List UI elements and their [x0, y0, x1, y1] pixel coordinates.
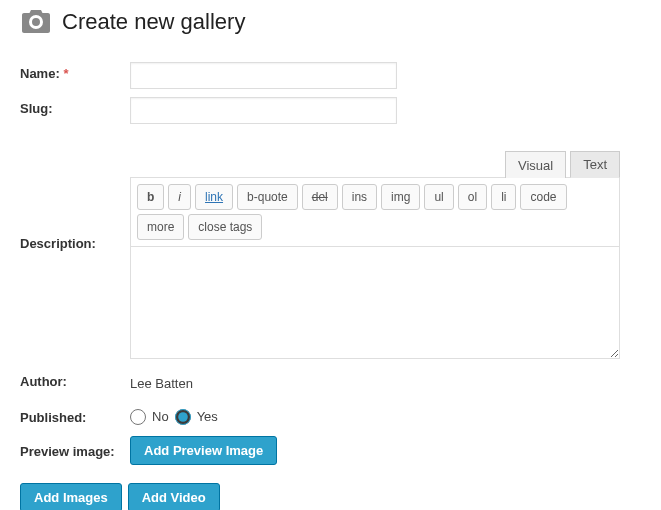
name-label: Name: *: [20, 58, 130, 93]
qt-li-button[interactable]: li: [491, 184, 516, 210]
published-no-label: No: [152, 406, 169, 428]
preview-image-label: Preview image:: [20, 432, 130, 469]
description-label: Description:: [20, 146, 130, 366]
page-header: Create new gallery: [20, 8, 641, 36]
qt-closetags-button[interactable]: close tags: [188, 214, 262, 240]
add-preview-image-button[interactable]: Add Preview Image: [130, 436, 277, 465]
qt-bold-button[interactable]: b: [137, 184, 164, 210]
editor-wrap: Visual Text b i link b-quote del ins img…: [130, 150, 620, 362]
add-video-button[interactable]: Add Video: [128, 483, 220, 510]
published-label: Published:: [20, 402, 130, 432]
qt-del-button[interactable]: del: [302, 184, 338, 210]
quicktags-toolbar: b i link b-quote del ins img ul ol li co…: [130, 177, 620, 247]
required-indicator: *: [63, 66, 68, 81]
qt-ol-button[interactable]: ol: [458, 184, 487, 210]
published-no-radio[interactable]: [130, 409, 146, 425]
author-label: Author:: [20, 366, 130, 402]
qt-ins-button[interactable]: ins: [342, 184, 377, 210]
slug-label: Slug:: [20, 93, 130, 128]
name-input[interactable]: [130, 62, 397, 89]
qt-bquote-button[interactable]: b-quote: [237, 184, 298, 210]
qt-code-button[interactable]: code: [520, 184, 566, 210]
tab-visual[interactable]: Visual: [505, 151, 566, 178]
camera-icon: [20, 8, 52, 36]
published-yes-radio[interactable]: [175, 409, 191, 425]
published-yes-label: Yes: [197, 406, 218, 428]
qt-italic-button[interactable]: i: [168, 184, 191, 210]
gallery-form: Name: * Slug: Description: Visual Text b…: [20, 58, 641, 469]
qt-link-button[interactable]: link: [195, 184, 233, 210]
add-images-button[interactable]: Add Images: [20, 483, 122, 510]
editor-tabs: Visual Text: [130, 150, 620, 177]
slug-input[interactable]: [130, 97, 397, 124]
qt-more-button[interactable]: more: [137, 214, 184, 240]
tab-text[interactable]: Text: [570, 151, 620, 178]
page-title: Create new gallery: [62, 9, 245, 35]
qt-ul-button[interactable]: ul: [424, 184, 453, 210]
description-textarea[interactable]: [130, 247, 620, 359]
qt-img-button[interactable]: img: [381, 184, 420, 210]
author-value: Lee Batten: [130, 376, 193, 391]
action-row: Add Images Add Video: [20, 483, 641, 510]
